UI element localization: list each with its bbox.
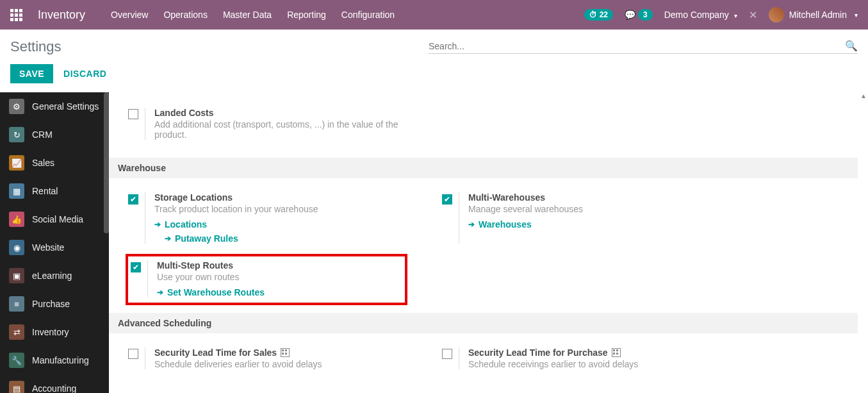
arrow-right-icon: ➔	[154, 220, 161, 229]
checkbox-storage[interactable]: ✔	[128, 194, 138, 205]
checkbox-landed[interactable]	[128, 109, 138, 119]
activity-count: 22	[600, 10, 608, 19]
sidebar-item-label: Website	[32, 242, 64, 253]
checkbox-multiwh[interactable]: ✔	[442, 194, 452, 205]
sidebar-icon: ▤	[9, 381, 24, 393]
sidebar-item-label: Manufacturing	[32, 355, 89, 365]
sidebar-icon: ↻	[9, 127, 24, 142]
sidebar-item-general-settings[interactable]: ⚙General Settings	[0, 92, 109, 121]
highlight-multi-step: ✔ Multi-Step Routes Use your own routes …	[126, 254, 407, 305]
user-name: Mitchell Admin	[789, 10, 847, 20]
menu-operations[interactable]: Operations	[163, 10, 207, 20]
scrollbar[interactable]	[104, 92, 109, 233]
sidebar-item-label: Sales	[32, 158, 54, 168]
setting-desc: Track product location in your warehouse	[154, 204, 429, 214]
link-putaway-rules[interactable]: ➔Putaway Rules	[165, 233, 429, 244]
chevron-down-icon: ▾	[855, 12, 858, 19]
setting-title: Multi-Warehouses	[468, 192, 743, 203]
building-icon	[281, 348, 290, 357]
sidebar-icon: 👍	[9, 212, 24, 227]
page-header: Settings 🔍	[0, 29, 868, 58]
setting-title: Security Lead Time for Purchase	[468, 347, 743, 358]
company-name: Demo Company	[664, 10, 729, 20]
sidebar-item-social-media[interactable]: 👍Social Media	[0, 205, 109, 233]
sidebar-icon: ◉	[9, 240, 24, 255]
sidebar-icon: ▦	[9, 183, 24, 199]
sidebar-item-label: CRM	[32, 130, 53, 140]
link-locations[interactable]: ➔Locations	[154, 219, 429, 230]
company-switcher[interactable]: Demo Company ▾	[664, 10, 737, 20]
chevron-down-icon: ▾	[734, 12, 737, 19]
sidebar-item-crm[interactable]: ↻CRM	[0, 121, 109, 149]
setting-desc: Schedule receivings earlier to avoid del…	[468, 359, 743, 369]
sidebar-item-accounting[interactable]: ▤Accounting	[0, 374, 109, 393]
topbar-right: ⏱ 22 💬 3 Demo Company ▾ ✕ Mitchell Admin…	[584, 7, 858, 22]
sidebar-item-sales[interactable]: 📈Sales	[0, 149, 109, 177]
actions-row: SAVE DISCARD	[0, 58, 868, 92]
search-input[interactable]	[429, 41, 845, 51]
setting-storage-locations: ✔ Storage Locations Track product locati…	[128, 192, 429, 244]
discard-button[interactable]: DISCARD	[63, 69, 106, 79]
setting-desc: Use your own routes	[157, 272, 400, 282]
setting-multi-warehouses: ✔ Multi-Warehouses Manage several wareho…	[442, 192, 743, 244]
menu-configuration[interactable]: Configuration	[341, 10, 395, 20]
clock-icon: ⏱	[589, 10, 597, 19]
sidebar-icon: ≡	[9, 296, 24, 312]
activity-badge[interactable]: ⏱ 22	[584, 9, 613, 21]
arrow-right-icon: ➔	[468, 220, 475, 229]
search-icon[interactable]: 🔍	[845, 40, 858, 52]
checkbox-sec-sales[interactable]	[128, 349, 138, 359]
avatar	[769, 7, 784, 22]
chat-count: 3	[638, 9, 653, 21]
sidebar-item-inventory[interactable]: ⇄Inventory	[0, 318, 109, 346]
sidebar-icon: 📈	[9, 155, 24, 171]
sidebar-icon: ⚙	[9, 99, 24, 114]
speech-icon: 💬	[625, 10, 635, 20]
sidebar-item-elearning[interactable]: ▣eLearning	[0, 262, 109, 290]
debug-icon[interactable]: ✕	[749, 9, 757, 21]
sidebar-item-manufacturing[interactable]: 🔧Manufacturing	[0, 346, 109, 374]
setting-title: Storage Locations	[154, 192, 429, 203]
scroll-up-icon[interactable]: ▲	[860, 92, 867, 99]
checkbox-multistep[interactable]: ✔	[131, 262, 141, 272]
warehouse-row-1: ✔ Storage Locations Track product locati…	[128, 187, 863, 254]
arrow-right-icon: ➔	[157, 288, 163, 297]
sidebar-item-purchase[interactable]: ≡Purchase	[0, 290, 109, 318]
save-button[interactable]: SAVE	[10, 64, 53, 83]
search-area: 🔍	[429, 40, 858, 54]
scheduling-row: Security Lead Time for Sales Schedule de…	[128, 342, 863, 380]
top-menu: Overview Operations Master Data Reportin…	[111, 10, 395, 20]
setting-title: Security Lead Time for Sales	[154, 347, 429, 358]
setting-desc: Manage several warehouses	[468, 204, 743, 214]
setting-desc: Add additional cost (transport, customs,…	[154, 119, 429, 140]
sidebar: ⚙General Settings↻CRM📈Sales▦Rental👍Socia…	[0, 92, 109, 393]
link-set-warehouse-routes[interactable]: ➔Set Warehouse Routes	[157, 287, 400, 297]
chat-badge[interactable]: 💬 3	[625, 9, 653, 21]
sidebar-item-label: Rental	[32, 186, 58, 196]
setting-security-sales: Security Lead Time for Sales Schedule de…	[128, 347, 429, 369]
content: ▲ Landed Costs Add additional cost (tran…	[109, 92, 868, 393]
sidebar-icon: 🔧	[9, 353, 24, 368]
main-area: ⚙General Settings↻CRM📈Sales▦Rental👍Socia…	[0, 92, 868, 393]
checkbox-sec-purchase[interactable]	[442, 349, 452, 359]
menu-reporting[interactable]: Reporting	[287, 10, 326, 20]
sidebar-item-website[interactable]: ◉Website	[0, 233, 109, 262]
menu-master-data[interactable]: Master Data	[223, 10, 272, 20]
sidebar-icon: ▣	[9, 268, 24, 283]
link-warehouses[interactable]: ➔Warehouses	[468, 219, 743, 230]
apps-icon[interactable]	[10, 9, 22, 21]
app-name[interactable]: Inventory	[38, 8, 85, 22]
setting-title: Multi-Step Routes	[157, 260, 400, 271]
sidebar-item-label: Accounting	[32, 383, 76, 393]
section-warehouse: Warehouse	[109, 158, 858, 178]
sidebar-item-label: General Settings	[32, 101, 99, 112]
user-menu[interactable]: Mitchell Admin ▾	[769, 7, 858, 22]
topbar: Inventory Overview Operations Master Dat…	[0, 0, 868, 29]
setting-multi-step: ✔ Multi-Step Routes Use your own routes …	[131, 260, 400, 297]
setting-landed-costs: Landed Costs Add additional cost (transp…	[128, 103, 863, 150]
sidebar-icon: ⇄	[9, 324, 24, 340]
setting-title: Landed Costs	[154, 108, 429, 118]
section-scheduling: Advanced Scheduling	[109, 313, 858, 333]
sidebar-item-rental[interactable]: ▦Rental	[0, 177, 109, 205]
menu-overview[interactable]: Overview	[111, 10, 148, 20]
